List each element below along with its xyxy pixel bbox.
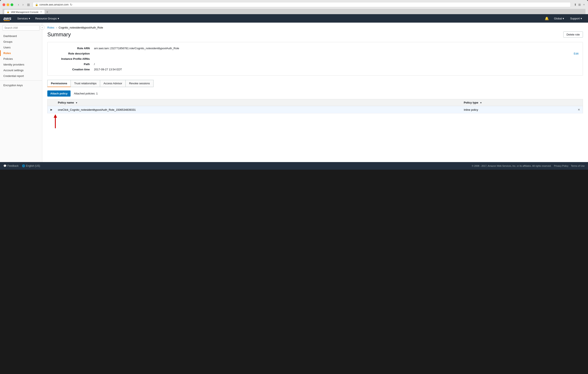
path-value: / — [94, 63, 578, 66]
tab-favicon: 🔒 — [7, 11, 9, 13]
active-browser-tab[interactable]: 🔒 IAM Management Console ✕ — [4, 10, 45, 14]
traffic-lights — [2, 3, 13, 6]
policy-table-body: ▶ oneClick_Cognito_notesidentitypoolAuth… — [48, 106, 583, 113]
attach-policy-button[interactable]: Attach policy — [47, 90, 71, 96]
main-layout: ‹ Dashboard Groups Users Roles Policies … — [0, 23, 588, 162]
attached-policies-count: Attached policies: 1 — [74, 92, 98, 95]
role-arn-label: Role ARN — [52, 47, 94, 50]
role-arn-value: arn:aws:iam::232771856781:role/Cognito_n… — [94, 47, 578, 50]
instance-profile-arns-row: Instance Profile ARNs — [48, 56, 583, 62]
attach-policy-area: Attach policy Attached policies: 1 — [47, 90, 583, 96]
path-row: Path / — [48, 62, 583, 67]
breadcrumb: Roles › Cognito_notesidentitypoolAuth_Ro… — [47, 26, 583, 29]
feedback-button[interactable]: 💬 Feedback — [3, 164, 19, 167]
sidebar-item-users[interactable]: Users — [0, 45, 42, 50]
aws-logo[interactable]: aws — [3, 16, 11, 21]
resource-groups-nav-item[interactable]: Resource Groups ▾ — [33, 14, 62, 23]
role-description-row: Role description Edit — [48, 51, 583, 56]
edit-description-link[interactable]: Edit — [574, 52, 578, 55]
minimize-window-button[interactable] — [7, 3, 9, 6]
new-tab-plus-button[interactable]: ＋ — [583, 3, 586, 7]
close-window-button[interactable] — [2, 3, 5, 6]
close-tab-button[interactable]: ✕ — [40, 11, 42, 13]
browser-action-buttons: ⬆ ⊞ ＋ — [574, 3, 586, 7]
sidebar-collapse-button[interactable]: ‹ — [40, 25, 45, 30]
breadcrumb-current: Cognito_notesidentitypoolAuth_Role — [59, 26, 103, 29]
arrow-shaft — [55, 118, 56, 128]
notifications-button[interactable]: 🔔 — [543, 16, 551, 21]
summary-table: Role ARN arn:aws:iam::232771856781:role/… — [47, 42, 583, 76]
tab-permissions[interactable]: Permissions — [47, 80, 71, 87]
global-nav-item[interactable]: Global ▾ — [551, 14, 567, 23]
page-title: Summary — [47, 31, 71, 38]
browser-tabs-bar: 🔒 IAM Management Console ✕ + — [2, 9, 586, 14]
expand-policy-button[interactable]: ▶ — [50, 108, 53, 112]
tab-revoke-sessions[interactable]: Revoke sessions — [126, 80, 153, 87]
creation-time-label: Creation time — [52, 68, 94, 71]
footer-right: © 2008 - 2017, Amazon Web Services, Inc.… — [472, 165, 585, 167]
sidebar-item-groups[interactable]: Groups — [0, 39, 42, 45]
sidebar-item-account-settings[interactable]: Account settings — [0, 67, 42, 73]
tab-title: IAM Management Console — [11, 11, 38, 13]
remove-policy-cell: ✕ — [575, 106, 583, 113]
maximize-window-button[interactable] — [10, 3, 13, 6]
tab-access-advisor[interactable]: Access Advisor — [100, 80, 126, 87]
tabs-bar: Permissions Trust relationships Access A… — [47, 80, 583, 87]
global-chevron-icon: ▾ — [563, 17, 564, 20]
creation-time-row: Creation time 2017-09-27 13:54 EDT — [48, 67, 583, 72]
aws-top-nav: aws Services ▾ Resource Groups ▾ 🔔 Globa… — [0, 14, 588, 23]
table-row: ▶ oneClick_Cognito_notesidentitypoolAuth… — [48, 106, 583, 113]
policy-name-column-header[interactable]: Policy name ▼ — [55, 99, 461, 106]
feedback-icon: 💬 — [3, 164, 7, 167]
footer-left: 💬 Feedback 🌐 English (US) — [3, 164, 40, 167]
policy-type-cell: Inline policy — [461, 106, 575, 113]
services-nav-item[interactable]: Services ▾ — [15, 14, 33, 23]
policy-table: Policy name ▼ Policy type ▼ ▶ o — [47, 99, 583, 113]
search-iam-input[interactable] — [2, 25, 40, 31]
new-tab-button[interactable]: + — [45, 10, 49, 14]
sidebar-item-encryption-keys[interactable]: Encryption keys — [0, 82, 42, 88]
expand-column-header — [48, 99, 55, 106]
reload-button[interactable]: ↻ — [70, 3, 73, 6]
forward-button[interactable]: › — [21, 2, 25, 7]
remove-policy-button[interactable]: ✕ — [578, 108, 580, 111]
policy-name-cell: oneClick_Cognito_notesidentitypoolAuth_R… — [55, 106, 461, 113]
expand-cell: ▶ — [48, 106, 55, 113]
aws-logo-text: aws — [3, 16, 11, 21]
breadcrumb-roles-link[interactable]: Roles — [47, 26, 54, 29]
delete-role-button[interactable]: Delete role — [563, 32, 583, 38]
sidebar-toggle-button[interactable]: ⊞ — [26, 2, 31, 7]
sidebar-item-credential-report[interactable]: Credential report — [0, 73, 42, 79]
copyright-text: © 2008 - 2017, Amazon Web Services, Inc.… — [472, 165, 551, 167]
main-content: Roles › Cognito_notesidentitypoolAuth_Ro… — [42, 23, 588, 162]
terms-of-use-link[interactable]: Terms of Use — [571, 165, 585, 167]
sidebar: ‹ Dashboard Groups Users Roles Policies … — [0, 23, 42, 162]
sidebar-item-roles[interactable]: Roles — [0, 50, 42, 56]
back-button[interactable]: ‹ — [17, 2, 20, 7]
red-arrow — [54, 114, 57, 128]
sidebar-item-identity-providers[interactable]: Identity providers — [0, 62, 42, 67]
policy-table-header: Policy name ▼ Policy type ▼ — [48, 99, 583, 106]
globe-icon: 🌐 — [22, 164, 25, 167]
policy-type-column-header[interactable]: Policy type ▼ — [461, 99, 575, 106]
sidebar-item-policies[interactable]: Policies — [0, 56, 42, 62]
privacy-policy-link[interactable]: Privacy Policy — [554, 165, 568, 167]
arrow-head — [54, 114, 57, 118]
breadcrumb-separator: › — [56, 26, 57, 29]
nav-right-section: 🔔 Global ▾ Support ▾ — [543, 14, 585, 23]
language-selector[interactable]: 🌐 English (US) — [22, 164, 40, 167]
address-bar[interactable]: 🔒 console.aws.amazon.com ↻ — [33, 2, 571, 7]
resource-groups-chevron-icon: ▾ — [58, 17, 59, 20]
sidebar-item-dashboard[interactable]: Dashboard — [0, 33, 42, 39]
tab-trust-relationships[interactable]: Trust relationships — [71, 80, 100, 87]
support-nav-item[interactable]: Support ▾ — [567, 14, 585, 23]
creation-time-value: 2017-09-27 13:54 EDT — [94, 68, 578, 71]
policy-name-sort-icon: ▼ — [76, 102, 78, 104]
instance-profile-arns-label: Instance Profile ARNs — [52, 57, 94, 60]
add-tab-button[interactable]: ⊞ — [578, 3, 581, 7]
policy-type-sort-icon: ▼ — [480, 102, 482, 104]
share-button[interactable]: ⬆ — [574, 3, 577, 7]
support-chevron-icon: ▾ — [581, 17, 582, 20]
services-chevron-icon: ▾ — [29, 17, 30, 20]
url-text: console.aws.amazon.com — [40, 3, 69, 6]
